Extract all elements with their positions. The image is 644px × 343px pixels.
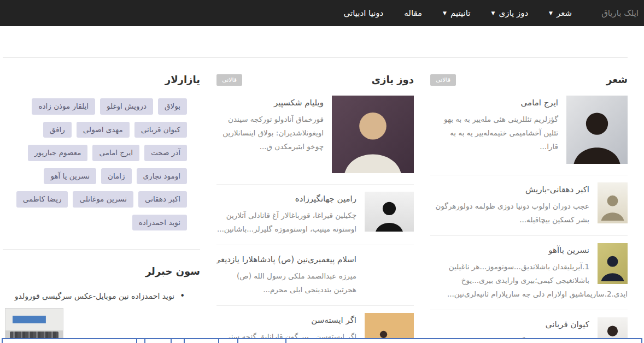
article-image[interactable] (365, 252, 414, 292)
writer-tag[interactable]: آذر صحت (144, 145, 187, 161)
section-header: سون خبرلر (3, 264, 200, 278)
divider (285, 339, 286, 343)
article-title-link[interactable]: کیوان قربانی (430, 320, 589, 329)
person-silhouette-icon (598, 187, 628, 223)
writer-tag[interactable]: کیوان قربانی (134, 122, 187, 138)
bullet-icon: • (180, 290, 185, 303)
writer-tag[interactable]: نسرین موغانلی (73, 191, 133, 208)
divider (237, 339, 238, 343)
writer-tag-cloud: بولاق درویش اوغلو ایلقار موذن زاده کیوان… (3, 88, 200, 245)
writer-tag[interactable]: اومود نجاری (137, 168, 187, 185)
article-title-link[interactable]: اکبر دهقانی-باریش (430, 185, 589, 194)
article-item: رامین جهانگیرزاده چکیلین قیراغا، قورباغا… (216, 185, 414, 245)
divider (171, 339, 172, 343)
article-item: اگر ایسته‌سن اگر ایسته‌سن...بیر گون قارا… (216, 306, 414, 343)
author-photo[interactable] (598, 182, 628, 223)
nav-item-label: دوز یازی (499, 8, 528, 18)
more-button[interactable]: قالانی (430, 74, 456, 86)
nav-item-prose[interactable]: دوز یازی ▼ (491, 8, 529, 18)
nav-item-poetry[interactable]: شعر ▼ (549, 8, 572, 18)
writer-tag[interactable]: نسرین یا آهو (44, 168, 96, 185)
nav-item-label: شعر (557, 8, 572, 18)
top-nav: ایلک باریاق شعر ▼ دوز یازی ▼ تانیتیم ▼ م… (0, 0, 644, 26)
article-item: اسلام پیغمبری‌نین (ص) پادشاهلارا یازدیغی… (216, 245, 414, 306)
nav-item-world-literature[interactable]: دونیا ادبیاتی (344, 8, 384, 18)
article-item: ویلیام شکسپیر قورخماق آنادولو تورکجه سین… (216, 88, 414, 185)
person-silhouette-icon (566, 102, 628, 164)
author-photo[interactable] (566, 96, 628, 164)
writer-tag[interactable]: زامان (101, 168, 132, 185)
section-title-prose: دوز یازی (372, 73, 414, 86)
main-content: شعر قالانی ایرج امامی گؤزلریم تئللرینی ه… (3, 57, 628, 343)
article-title-link[interactable]: اگر ایسته‌سن (216, 315, 356, 325)
section-prose: دوز یازی قالانی ویلیام شکسپیر قورخماق آن… (216, 58, 414, 343)
writer-tag[interactable]: درویش اوغلو (100, 98, 153, 115)
writer-tag[interactable]: ایلقار موذن زاده (32, 98, 95, 115)
chevron-down-icon: ▼ (443, 11, 447, 16)
more-button[interactable]: قالانی (216, 74, 242, 86)
person-silhouette-icon (365, 196, 414, 232)
writer-tag[interactable]: رافق (43, 122, 72, 138)
article-title-link[interactable]: نسرین باآهو (430, 245, 589, 255)
article-item: نسرین باآهو 1.آیریلیقدان باشلاندیق...سون… (430, 236, 628, 310)
news-title: نوید احمدزاده نین موبایل-عکس سرگیسی قورو… (15, 290, 174, 302)
writer-tag[interactable]: ایرج امامی (92, 145, 139, 161)
page: { "nav": { "brand": "ایلک باریاق", "item… (0, 0, 644, 343)
section-header: شعر قالانی (430, 73, 628, 86)
nav-item-label: تانیتیم (450, 8, 470, 18)
section-title-writers: یازارلار (165, 73, 200, 86)
writer-tag[interactable]: معصوم جبارپور (28, 145, 87, 161)
writer-tag[interactable]: بولاق (158, 98, 187, 115)
author-photo[interactable] (598, 243, 628, 284)
nav-item-label: دونیا ادبیاتی (344, 8, 384, 18)
nav-item-intro[interactable]: تانیتیم ▼ (443, 8, 470, 18)
writer-tag[interactable]: نوید احمدزاده (132, 215, 187, 231)
brand-link[interactable]: ایلک باریاق (601, 8, 639, 18)
nav-item-article[interactable]: مقاله (404, 8, 422, 18)
divider (136, 339, 137, 343)
section-writers: یازارلار بولاق درویش اوغلو ایلقار موذن ز… (3, 58, 200, 343)
footer-strip (2, 338, 642, 343)
section-title-news: سون خبرلر (145, 264, 200, 278)
writer-tag[interactable]: اکبر دهقانی (138, 191, 187, 208)
section-header: یازارلار (3, 73, 200, 86)
divider (218, 339, 219, 343)
article-title-link[interactable]: ایرج امامی (430, 98, 558, 108)
article-item: اکبر دهقانی-باریش عجب دوران اولوب دونیا … (430, 175, 628, 236)
divider (144, 339, 145, 343)
writer-tag[interactable]: ریضا کاظمی (16, 191, 68, 208)
author-photo[interactable] (332, 96, 414, 173)
article-title-link[interactable]: اسلام پیغمبری‌نین (ص) پادشاهلارا یازدیغی… (216, 255, 356, 264)
nav-item-label: مقاله (404, 8, 422, 18)
section-news: سون خبرلر • نوید احمدزاده نین موبایل-عکس… (3, 249, 200, 343)
writer-tag[interactable]: مهدی اصولی (77, 122, 130, 138)
person-silhouette-icon (598, 247, 628, 284)
article-title-link[interactable]: ویلیام شکسپیر (216, 98, 324, 108)
section-header: دوز یازی قالانی (216, 73, 414, 86)
divider (184, 339, 185, 343)
author-photo[interactable] (365, 192, 414, 232)
chevron-down-icon: ▼ (491, 11, 495, 16)
section-poetry: شعر قالانی ایرج امامی گؤزلریم تئللرینی ه… (430, 58, 628, 343)
person-silhouette-icon (332, 103, 414, 174)
article-item: ایرج امامی گؤزلریم تئللرینی هئی مله‌ییر … (430, 88, 628, 175)
news-item[interactable]: • نوید احمدزاده نین موبایل-عکس سرگیسی قو… (3, 290, 185, 303)
chevron-down-icon: ▼ (549, 11, 553, 16)
section-title-poetry: شعر (606, 73, 628, 86)
article-title-link[interactable]: رامین جهانگیرزاده (216, 194, 356, 204)
